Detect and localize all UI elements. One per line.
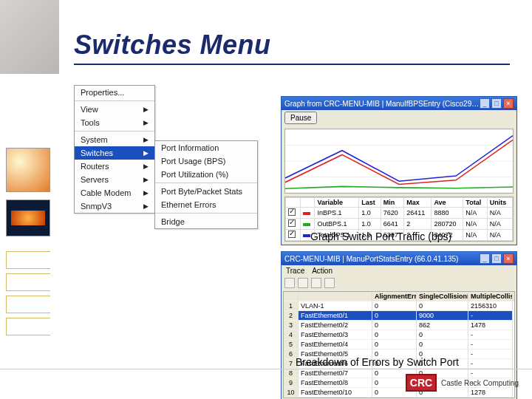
context-submenu-switches[interactable]: Port InformationPort Usage (BPS)Port Uti… [154, 140, 258, 229]
menu-item-routers[interactable]: Routers▶ [75, 160, 154, 173]
menu-separator [155, 183, 257, 183]
menu-separator [75, 100, 154, 101]
legend-header: Ave [432, 198, 463, 208]
legend-header: Max [404, 198, 432, 208]
decor-clock-image [6, 148, 50, 192]
stats-header-row: AlignmentErrorsSingleCollisionFramesMult… [284, 292, 514, 301]
chevron-right-icon: ▶ [143, 163, 149, 170]
legend-header: Units [487, 198, 512, 208]
legend-header: Min [381, 198, 403, 208]
chevron-right-icon: ▶ [143, 189, 149, 197]
chevron-right-icon: ▶ [143, 106, 149, 113]
footer-logo: CRC Castle Rock Computing [406, 374, 519, 392]
color-swatch [303, 223, 310, 226]
graph-window-title: Graph from CRC-MENU-MIB | ManuIfBPSEntry… [284, 100, 480, 108]
submenu-item-port-usage-bps-[interactable]: Port Usage (BPS) [155, 154, 257, 168]
graph-window-titlebar[interactable]: Graph from CRC-MENU-MIB | ManuIfBPSEntry… [282, 97, 516, 110]
submenu-item-bridge[interactable]: Bridge [155, 215, 257, 228]
stats-toolbar[interactable] [282, 276, 516, 290]
toolbar-icon[interactable] [324, 278, 335, 288]
stats-caption: Breakdown of Errors by Switch Port [296, 356, 459, 368]
context-menu[interactable]: Properties...View▶Tools▶System▶Switches▶… [74, 85, 155, 214]
chevron-right-icon: ▶ [143, 149, 149, 157]
pause-button[interactable]: Pause [284, 112, 317, 124]
decor-tab-stack [6, 251, 50, 340]
stats-row[interactable]: 3FastEthernet0/208621478 [284, 321, 514, 330]
stats-menu-trace[interactable]: Trace [286, 267, 304, 275]
close-button[interactable]: × [503, 98, 514, 109]
sidebar-decoration [0, 0, 59, 399]
maximize-button[interactable]: □ [491, 253, 502, 264]
submenu-item-port-byte-packet-stats[interactable]: Port Byte/Packet Stats [155, 185, 257, 198]
legend-header [286, 198, 301, 208]
menu-separator [155, 213, 257, 214]
legend-header: Total [463, 198, 487, 208]
close-button[interactable]: × [503, 253, 514, 264]
decor-lights-image [6, 200, 50, 236]
stats-row[interactable]: 5FastEthernet0/400- [284, 340, 514, 349]
toolbar-icon[interactable] [311, 278, 321, 288]
stats-window-title: CRC-MENU-MIB | ManuPortStatsEntry (66.0.… [284, 255, 458, 263]
legend-row[interactable]: OutBPS.11.066412280720N/AN/A [286, 219, 513, 230]
menu-separator [75, 131, 154, 132]
color-swatch [303, 234, 310, 237]
title-underline [74, 64, 510, 65]
checkbox-icon[interactable] [288, 208, 296, 216]
minimize-button[interactable]: _ [480, 253, 490, 264]
legend-header: Last [359, 198, 381, 208]
stats-menubar[interactable]: TraceAction [282, 265, 516, 276]
menu-item-cable-modem[interactable]: Cable Modem▶ [75, 186, 154, 200]
menu-item-system[interactable]: System▶ [75, 133, 154, 146]
checkbox-icon[interactable] [288, 231, 296, 238]
menu-item-servers[interactable]: Servers▶ [75, 173, 154, 186]
menu-item-tools[interactable]: Tools▶ [75, 116, 154, 129]
minimize-button[interactable]: _ [480, 98, 490, 109]
page-title: Switches Menu [74, 30, 271, 61]
legend-header: Variable [315, 198, 359, 208]
graph-caption: Graph Switch Port Traffic (bps) [310, 231, 451, 242]
menu-item-switches[interactable]: Switches▶ [75, 146, 154, 160]
footer-logo-mark: CRC [406, 374, 437, 392]
graph-plot-area [284, 129, 514, 194]
color-swatch [303, 212, 310, 215]
footer-logo-name: Castle Rock Computing [441, 379, 519, 387]
legend-row[interactable]: InBPS.11.07620264118880N/AN/A [286, 208, 513, 219]
submenu-item-port-utilization-[interactable]: Port Utilization (%) [155, 168, 257, 181]
stats-menu-action[interactable]: Action [312, 267, 332, 275]
chevron-right-icon: ▶ [143, 202, 149, 210]
stats-row[interactable]: 1VLAN-1002156310 [284, 301, 514, 311]
toolbar-icon[interactable] [298, 278, 308, 288]
graph-window: Graph from CRC-MENU-MIB | ManuIfBPSEntry… [281, 96, 517, 245]
menu-item-properties-[interactable]: Properties... [75, 86, 154, 99]
decor-logo-block [0, 0, 59, 74]
chevron-right-icon: ▶ [143, 119, 149, 126]
chevron-right-icon: ▶ [143, 136, 149, 143]
menu-item-view[interactable]: View▶ [75, 103, 154, 116]
submenu-item-port-information[interactable]: Port Information [155, 141, 257, 154]
submenu-item-ethernet-errors[interactable]: Ethernet Errors [155, 198, 257, 211]
toolbar-icon[interactable] [284, 278, 295, 288]
checkbox-icon[interactable] [288, 219, 296, 227]
menu-item-snmpv3[interactable]: SnmpV3▶ [75, 200, 154, 213]
stats-window-titlebar[interactable]: CRC-MENU-MIB | ManuPortStatsEntry (66.0.… [282, 252, 516, 265]
chevron-right-icon: ▶ [143, 176, 149, 183]
footer-rule [0, 369, 532, 369]
maximize-button[interactable]: □ [491, 98, 502, 109]
stats-row[interactable]: 4FastEthernet0/300- [284, 330, 514, 340]
legend-header [300, 198, 315, 208]
stats-row[interactable]: 2FastEthernet0/109000- [284, 311, 514, 321]
